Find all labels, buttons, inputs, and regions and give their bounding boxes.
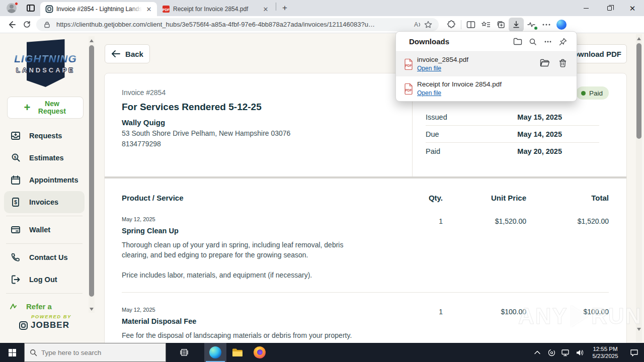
download-file-name: Receipt for Invoice 2854.pdf (417, 80, 570, 88)
windows-logo-icon (9, 349, 16, 356)
settings-menu-icon[interactable] (539, 18, 554, 32)
scroll-down-icon[interactable] (637, 328, 641, 331)
refresh-icon[interactable] (19, 18, 34, 32)
start-button[interactable] (0, 343, 24, 362)
copilot-icon[interactable] (554, 18, 569, 32)
window-restore-button[interactable] (598, 0, 621, 16)
table-row: May 12, 2025 Material Disposal Fee Fee f… (122, 293, 609, 343)
read-aloud-icon[interactable]: A (412, 19, 423, 30)
back-nav-icon[interactable] (4, 18, 19, 32)
taskbar-search[interactable] (24, 343, 166, 362)
search-downloads-icon[interactable] (525, 35, 540, 49)
open-downloads-folder-icon[interactable] (510, 35, 525, 49)
line-item-qty: 1 (403, 307, 443, 340)
new-tab-button[interactable]: + (278, 2, 291, 15)
jobber-favicon-icon (45, 5, 53, 13)
sidebar-nav: Requests $ Estimates Appointments $ Invo… (0, 125, 89, 316)
profile-notification-dot (15, 2, 18, 6)
taskbar-edge-button[interactable] (204, 343, 226, 362)
clock-date: 5/23/2025 (589, 352, 622, 359)
col-unit-price: Unit Price (443, 194, 526, 202)
tab-copy-icon[interactable] (494, 18, 509, 32)
date-row-paid: Paid May 20, 2025 (426, 143, 599, 160)
browser-profile-button[interactable] (3, 0, 20, 16)
line-item-qty: 1 (403, 216, 443, 280)
scroll-up-icon[interactable] (90, 39, 94, 42)
sidebar-item-refer[interactable]: Refer a (0, 296, 89, 316)
sidebar-item-log-out[interactable]: Log Out (0, 268, 89, 291)
favorite-star-icon[interactable] (423, 19, 434, 30)
open-file-link[interactable]: Open file (417, 89, 441, 97)
sidebar-scrollbar[interactable] (89, 36, 95, 313)
pdf-favicon-icon: PDF (162, 5, 170, 13)
task-view-button[interactable] (173, 343, 195, 362)
download-item-invoice[interactable]: PDF invoice_2854.pdf Open file (396, 52, 577, 76)
powered-by-jobber: POWERED BY JOBBER (0, 314, 89, 330)
scroll-up-icon[interactable] (637, 37, 641, 40)
sidebar-item-contact-us[interactable]: Contact Us (0, 246, 89, 268)
tray-volume-icon[interactable] (573, 343, 587, 362)
tray-chevron-up-icon[interactable] (530, 343, 544, 362)
downloads-button[interactable] (509, 18, 524, 32)
system-tray: 12:55 PM 5/23/2025 (530, 343, 644, 362)
tab-close-icon[interactable]: ✕ (262, 5, 270, 13)
window-close-button[interactable]: ✕ (621, 0, 644, 16)
window-minimize-button[interactable] (575, 0, 598, 16)
sidebar-item-estimates[interactable]: $ Estimates (0, 147, 89, 169)
action-center-button[interactable] (624, 343, 644, 362)
pin-downloads-icon[interactable] (555, 35, 571, 49)
search-input[interactable] (41, 349, 152, 356)
extensions-icon[interactable] (444, 18, 459, 32)
tab-close-icon[interactable]: ✕ (145, 5, 153, 13)
action-center-icon (630, 349, 638, 356)
jobber-brand-label: JOBBER (31, 320, 69, 330)
url-text[interactable]: https://clienthub.getjobber.com/client_h… (56, 21, 412, 28)
tray-network-icon[interactable] (558, 343, 573, 362)
back-button[interactable]: Back (105, 44, 150, 63)
taskbar-file-explorer-button[interactable] (226, 343, 249, 362)
svg-text:PDF: PDF (406, 64, 412, 67)
workspace-menu-button[interactable] (24, 3, 37, 14)
scrollbar-thumb[interactable] (89, 45, 94, 297)
split-screen-icon[interactable] (463, 18, 478, 32)
date-row-issued: Issued May 15, 2025 (426, 109, 599, 126)
svg-text:PDF: PDF (163, 8, 170, 12)
scroll-down-icon[interactable] (90, 308, 94, 311)
line-item-total: $100.00 (526, 307, 609, 340)
line-item-name: Spring Clean Up (122, 227, 403, 235)
open-file-link[interactable]: Open file (417, 65, 441, 72)
new-request-button[interactable]: + New Request (7, 97, 84, 119)
col-total: Total (526, 194, 609, 202)
collections-icon[interactable] (478, 18, 494, 32)
sidebar-item-requests[interactable]: Requests (0, 125, 89, 147)
sidebar-divider (6, 293, 83, 294)
sidebar-item-appointments[interactable]: Appointments (0, 169, 89, 191)
tray-agent-icon[interactable] (544, 343, 558, 362)
downloads-more-icon[interactable] (540, 35, 555, 49)
delete-download-icon[interactable] (559, 59, 567, 69)
date-value: May 15, 2025 (517, 113, 562, 121)
scrollbar-thumb[interactable] (636, 43, 641, 139)
page-scrollbar[interactable] (636, 34, 642, 342)
invoices-icon: $ (10, 197, 21, 208)
client-address: 53 South Shore Drive Pelham, New Hampshi… (122, 129, 290, 137)
client-name: Wally Quigg (122, 118, 165, 127)
taskbar-clock[interactable]: 12:55 PM 5/23/2025 (587, 345, 624, 360)
tab-invoice[interactable]: Invoice #2854 - Lightning Landsca ✕ (40, 2, 157, 16)
invoice-dates: Issued May 15, 2025 Due May 14, 2025 Pai… (426, 109, 599, 160)
taskbar-firefox-button[interactable] (249, 343, 271, 362)
download-item-receipt[interactable]: PDF Receipt for Invoice 2854.pdf Open fi… (396, 76, 577, 101)
estimates-icon: $ (10, 152, 21, 163)
show-in-folder-icon[interactable] (540, 59, 550, 69)
paid-dot-icon (581, 91, 586, 96)
back-label: Back (125, 50, 143, 58)
address-bar[interactable]: https://clienthub.getjobber.com/client_h… (36, 18, 439, 31)
sidebar-item-invoices[interactable]: $ Invoices (4, 191, 85, 213)
date-label: Paid (426, 147, 440, 155)
tab-receipt-pdf[interactable]: PDF Receipt for Invoice 2854.pdf ✕ (157, 2, 274, 16)
sidebar-item-label: Requests (29, 132, 62, 140)
sidebar-item-wallet[interactable]: Wallet (0, 219, 89, 241)
browser-essentials-icon[interactable] (524, 18, 539, 32)
lock-icon[interactable] (41, 19, 52, 30)
tab-title: Invoice #2854 - Lightning Landsca (56, 6, 142, 13)
